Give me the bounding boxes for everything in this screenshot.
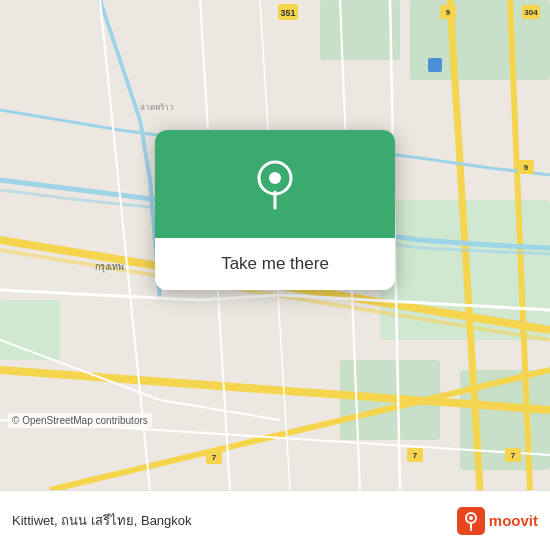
svg-text:7: 7: [511, 451, 516, 460]
svg-text:ลาดพร้าว: ลาดพร้าว: [140, 103, 174, 112]
card-green-section: [155, 130, 395, 238]
svg-text:7: 7: [212, 453, 217, 462]
moovit-logo: moovit: [457, 507, 538, 535]
svg-text:304: 304: [524, 8, 538, 17]
copyright-text: © OpenStreetMap contributors: [8, 413, 152, 428]
pin-icon: [247, 158, 303, 214]
svg-rect-1: [320, 0, 400, 60]
location-text: Kittiwet, ถนน เสรีไทย, Bangkok: [12, 510, 457, 531]
svg-point-42: [269, 172, 281, 184]
svg-text:9: 9: [524, 163, 529, 172]
svg-text:กรุงเทพ: กรุงเทพ: [95, 262, 124, 273]
svg-text:9: 9: [446, 8, 451, 17]
card-overlay: Take me there: [155, 130, 395, 290]
moovit-label: moovit: [489, 512, 538, 529]
svg-text:7: 7: [413, 451, 418, 460]
moovit-icon: [457, 507, 485, 535]
svg-point-46: [469, 516, 473, 520]
take-me-there-button[interactable]: Take me there: [155, 238, 395, 290]
svg-text:351: 351: [280, 8, 295, 18]
svg-rect-38: [428, 58, 442, 72]
bottom-bar: Kittiwet, ถนน เสรีไทย, Bangkok moovit: [0, 490, 550, 550]
map-container: 351 9 304 9 7 7 7 กรุงเทพ ลาดพร้าว Take …: [0, 0, 550, 490]
